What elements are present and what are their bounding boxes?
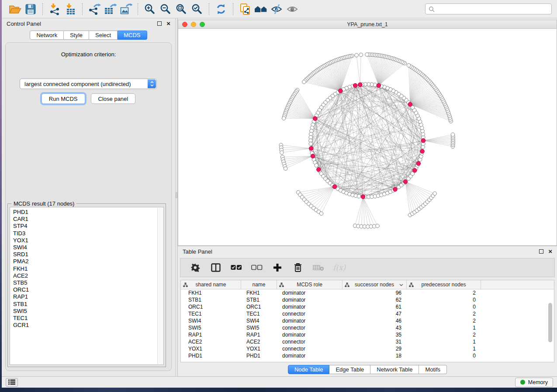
column-header-predecessor-nodes[interactable]: predecessor nodes bbox=[407, 280, 481, 289]
cell-name[interactable]: PHD1 bbox=[241, 352, 277, 359]
cell-predecessor_nodes[interactable]: 0 bbox=[407, 296, 481, 303]
graph-hub-node[interactable] bbox=[311, 154, 315, 158]
cell-mcds_role[interactable]: connector bbox=[277, 324, 343, 331]
cell-name[interactable]: RAP1 bbox=[241, 331, 277, 338]
cell-successor_nodes[interactable]: 96 bbox=[343, 289, 407, 296]
table-settings-icon[interactable] bbox=[189, 260, 201, 275]
mcds-result-item[interactable]: TID3 bbox=[13, 230, 163, 237]
export-table-icon[interactable] bbox=[102, 2, 118, 17]
cell-successor_nodes[interactable]: 18 bbox=[343, 352, 407, 359]
search-input[interactable] bbox=[437, 6, 548, 12]
cell-mcds_role[interactable]: dominator bbox=[277, 296, 343, 303]
cell-name[interactable]: ACE2 bbox=[241, 338, 277, 345]
add-column-icon[interactable] bbox=[271, 260, 284, 275]
cell-mcds_role[interactable]: dominator bbox=[277, 317, 343, 324]
table-row[interactable]: PHD1PHD1dominator180 bbox=[181, 352, 554, 359]
mcds-result-item[interactable]: SWI4 bbox=[13, 244, 163, 251]
memory-button[interactable]: Memory bbox=[515, 378, 553, 387]
table-row[interactable]: YOX1YOX1connector291 bbox=[181, 345, 554, 352]
cell-name[interactable]: SWI4 bbox=[241, 317, 277, 324]
tab-network[interactable]: Network bbox=[30, 31, 64, 40]
cell-predecessor_nodes[interactable]: 2 bbox=[407, 289, 481, 296]
cell-predecessor_nodes[interactable]: 0 bbox=[407, 303, 481, 310]
cell-successor_nodes[interactable]: 31 bbox=[343, 338, 407, 345]
table-scrollbar-thumb[interactable] bbox=[548, 303, 552, 342]
graph-hub-node[interactable] bbox=[408, 102, 412, 107]
table-row[interactable]: FKH1FKH1dominator962 bbox=[181, 289, 554, 296]
maximize-window-icon[interactable] bbox=[200, 22, 205, 27]
table-row[interactable]: TEC1TEC1connector472 bbox=[181, 310, 554, 317]
mcds-result-list[interactable]: PHD1CAR1STP4TID3YOX1SWI4SRD1PMA2FKH1ACE2… bbox=[10, 207, 164, 365]
mcds-result-item[interactable]: STB5 bbox=[13, 279, 163, 286]
mcds-result-item[interactable]: RAP1 bbox=[13, 293, 163, 300]
graph-hub-node[interactable] bbox=[332, 185, 337, 189]
cell-shared_name[interactable]: YOX1 bbox=[181, 345, 241, 352]
graph-hub-node[interactable] bbox=[393, 187, 398, 192]
tab-select[interactable]: Select bbox=[89, 31, 118, 40]
splitter-grabber[interactable] bbox=[176, 192, 177, 198]
clone-network-icon[interactable] bbox=[237, 2, 253, 17]
zoom-out-icon[interactable] bbox=[158, 2, 173, 17]
graph-hub-node[interactable] bbox=[420, 149, 425, 154]
float-table-panel-icon[interactable] bbox=[539, 249, 543, 254]
graph-node[interactable] bbox=[319, 212, 323, 216]
graph-node[interactable] bbox=[280, 151, 284, 155]
cell-successor_nodes[interactable]: 47 bbox=[343, 310, 407, 317]
mcds-result-item[interactable]: PMA2 bbox=[13, 258, 163, 265]
graph-hub-node[interactable] bbox=[309, 146, 314, 151]
graph-hub-node[interactable] bbox=[353, 83, 357, 88]
task-history-icon[interactable] bbox=[6, 378, 18, 387]
table-row[interactable]: STB1STB1dominator620 bbox=[181, 296, 554, 303]
close-table-panel-icon[interactable]: × bbox=[548, 249, 552, 254]
cell-mcds_role[interactable]: dominator bbox=[277, 352, 343, 359]
tab-motifs[interactable]: Motifs bbox=[419, 365, 447, 374]
cell-successor_nodes[interactable]: 46 bbox=[343, 317, 407, 324]
mcds-result-item[interactable]: ORC1 bbox=[13, 286, 163, 293]
tab-style[interactable]: Style bbox=[64, 31, 89, 40]
minimize-window-icon[interactable] bbox=[191, 22, 196, 27]
column-header-successor-nodes[interactable]: successor nodes bbox=[343, 280, 407, 289]
cell-mcds_role[interactable]: connector bbox=[277, 345, 343, 352]
graph-node[interactable] bbox=[284, 167, 287, 171]
cell-mcds_role[interactable]: connector bbox=[277, 310, 343, 317]
function-builder-icon[interactable]: f(x) bbox=[333, 263, 346, 272]
close-panel-button[interactable]: Close panel bbox=[91, 93, 136, 104]
mcds-result-item[interactable]: STB1 bbox=[13, 301, 163, 308]
table-row[interactable]: SWI4SWI4dominator462 bbox=[181, 317, 554, 324]
cell-name[interactable]: YOX1 bbox=[241, 345, 277, 352]
mcds-list-scrollbar[interactable] bbox=[157, 208, 163, 364]
open-session-icon[interactable] bbox=[7, 2, 23, 17]
cell-shared_name[interactable]: ACE2 bbox=[181, 338, 241, 345]
cell-predecessor_nodes[interactable]: 2 bbox=[407, 310, 481, 317]
graph-hub-node[interactable] bbox=[403, 180, 408, 184]
mcds-result-item[interactable]: FKH1 bbox=[13, 265, 163, 272]
network-canvas[interactable] bbox=[178, 29, 557, 245]
hide-selected-icon[interactable] bbox=[269, 2, 284, 17]
graph-node[interactable] bbox=[355, 53, 359, 57]
graph-node[interactable] bbox=[315, 164, 318, 168]
table-row[interactable]: ORC1ORC1dominator610 bbox=[181, 303, 554, 310]
graph-hub-node[interactable] bbox=[421, 138, 426, 143]
cell-shared_name[interactable]: PHD1 bbox=[181, 352, 241, 359]
cell-mcds_role[interactable]: dominator bbox=[277, 331, 343, 338]
table-row[interactable]: SWI5SWI5connector431 bbox=[181, 324, 554, 331]
delete-columns-icon[interactable] bbox=[292, 260, 304, 275]
cell-predecessor_nodes[interactable]: 1 bbox=[407, 338, 481, 345]
graph-hub-node[interactable] bbox=[413, 168, 417, 173]
zoom-selected-icon[interactable] bbox=[189, 2, 205, 17]
tab-network-table[interactable]: Network Table bbox=[370, 365, 419, 374]
zoom-fit-icon[interactable] bbox=[173, 2, 189, 17]
column-layout-icon[interactable] bbox=[210, 260, 222, 275]
zoom-in-icon[interactable] bbox=[142, 2, 158, 17]
cell-shared_name[interactable]: FKH1 bbox=[181, 289, 241, 296]
run-mcds-button[interactable]: Run MCDS bbox=[42, 93, 85, 104]
tab-mcds[interactable]: MCDS bbox=[118, 31, 147, 40]
cell-predecessor_nodes[interactable]: 2 bbox=[407, 331, 481, 338]
cell-mcds_role[interactable]: dominator bbox=[277, 289, 343, 296]
graph-hub-node[interactable] bbox=[317, 168, 321, 172]
cell-shared_name[interactable]: TEC1 bbox=[181, 310, 241, 317]
graph-node[interactable] bbox=[357, 194, 361, 198]
table-row[interactable]: RAP1RAP1dominator352 bbox=[181, 331, 554, 338]
close-window-icon[interactable] bbox=[182, 22, 187, 27]
close-panel-icon[interactable]: × bbox=[166, 21, 170, 26]
